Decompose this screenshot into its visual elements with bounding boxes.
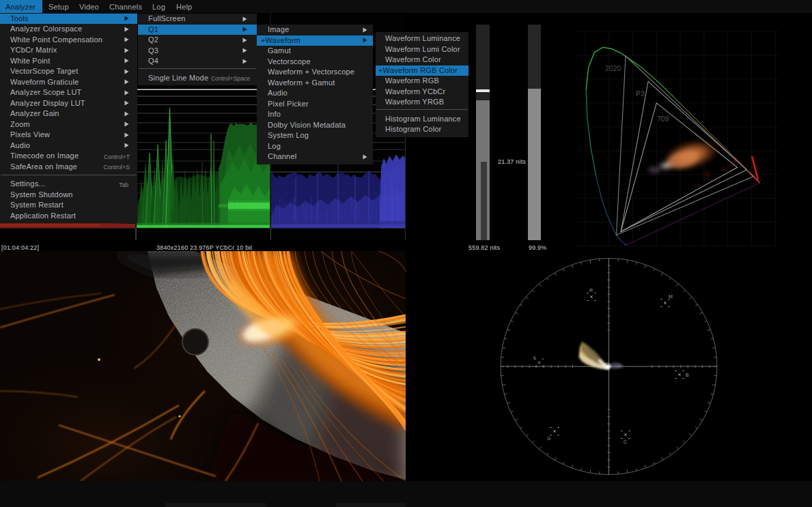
svg-text:C: C [624, 439, 627, 444]
svg-text:G: G [547, 436, 550, 441]
svg-text:M: M [669, 294, 673, 299]
svg-text:Y: Y [533, 356, 536, 360]
svg-text:R: R [589, 288, 593, 293]
svg-text:B: B [686, 373, 689, 377]
